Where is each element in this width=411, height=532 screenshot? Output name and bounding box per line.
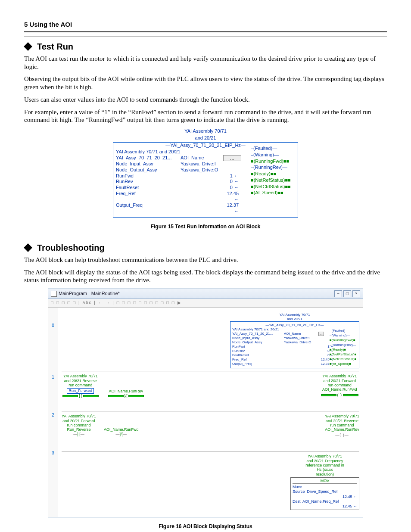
rung-number: 1 bbox=[48, 375, 58, 413]
rule bbox=[24, 37, 387, 37]
row-label: FaultReset bbox=[116, 185, 181, 191]
row-label: Output_Freq bbox=[116, 202, 181, 215]
row-val: 12.37 ← bbox=[221, 202, 239, 215]
section-header: 5 Using the AOI bbox=[24, 21, 387, 32]
ote-runrev: YAI Assembly 70/71 and 20/21 Reverse run… bbox=[325, 414, 359, 437]
diamond-bullet-icon bbox=[24, 243, 32, 252]
row-val: AOI_Name bbox=[181, 155, 221, 161]
row-val: Yaskawa_Drive:O bbox=[181, 167, 221, 173]
close-button[interactable]: × bbox=[352, 290, 360, 297]
xic-run-reverse: YAI Assembly 70/71 and 20/21 Forward run… bbox=[62, 414, 96, 436]
rung-gutter: 0 1 2 3 bbox=[48, 308, 58, 517]
minimize-button[interactable]: – bbox=[334, 290, 342, 297]
paragraph: Observing the output bits of the AOI whi… bbox=[24, 75, 387, 91]
row-label: RunRev bbox=[116, 179, 181, 185]
heading-text: Test Run bbox=[37, 41, 73, 52]
heading-troubleshooting: Troubleshooting bbox=[24, 243, 387, 253]
xio-runfwd: AOI_Name.RunFwd —]/[— bbox=[104, 414, 139, 436]
aoi-title-2: and 20/21 bbox=[113, 135, 298, 141]
rung-number: 0 bbox=[48, 323, 58, 375]
paragraph: The AOI block will display the status of… bbox=[24, 268, 387, 285]
paragraph: The AOI block can help troubleshoot comm… bbox=[24, 256, 387, 264]
row-val: 0 ← bbox=[221, 179, 239, 185]
paragraph: The AOI can test run the motor to which … bbox=[24, 55, 387, 71]
row-val: Yaskawa_Drive:I bbox=[181, 161, 221, 167]
figure-15-caption: Figure 15 Test Run Information on AOI Bl… bbox=[24, 224, 387, 230]
xio-runrev: AOI_Name.RunRev ]/[ bbox=[107, 376, 145, 398]
row-val: 12.45 ← bbox=[221, 191, 239, 203]
rung-number: 3 bbox=[48, 451, 58, 488]
row-label: Node_Input_Assy bbox=[116, 161, 181, 167]
paragraph: Users can also enter values into the AOI… bbox=[24, 96, 387, 104]
row-label: RunFwd bbox=[116, 173, 181, 179]
row-val: 1 ← bbox=[221, 173, 239, 179]
row-val: 0 ← bbox=[221, 185, 239, 191]
routine-icon bbox=[51, 291, 57, 297]
aoi-title-1: YAI Assembly 70/71 bbox=[113, 128, 298, 134]
rung-3: YAI Assembly 70/71 and 20/21 Frequency r… bbox=[62, 451, 359, 510]
maximize-button[interactable]: ▢ bbox=[343, 290, 351, 297]
paragraph: For example, enter a value of “1” in the… bbox=[24, 108, 387, 124]
heading-text: Troubleshooting bbox=[37, 243, 105, 253]
row-label: Freq_Ref bbox=[116, 191, 181, 203]
aoi-block-mini: —YAI_Assy_70_71_20_21_EIP_Hz— YAI Assemb… bbox=[230, 321, 359, 369]
rung-1: YAI Assembly 70/71 and 20/21 Reverse run… bbox=[62, 371, 359, 408]
row-label: YAI_Assy_70_71_20_21... bbox=[116, 155, 181, 161]
mov-instruction: —MOV— Move Source Drive_Speed_Ref 12.45 … bbox=[290, 477, 359, 510]
ellipsis-button[interactable]: … bbox=[318, 332, 324, 336]
figure-15: YAI Assembly 70/71 and 20/21 —YAI_Assy_7… bbox=[24, 128, 387, 218]
mov-desc: YAI Assembly 70/71 and 20/21 Frequency r… bbox=[290, 454, 359, 476]
toolbar[interactable]: □ □ □ □ □ | abc | ← → | □ □ □ □ □ □ □ □ … bbox=[48, 299, 363, 308]
aoi-mini-title: YAI Assembly 70/71and 20/21 bbox=[230, 313, 359, 321]
rung-2: YAI Assembly 70/71 and 20/21 Forward run… bbox=[62, 411, 359, 448]
heading-test-run: Test Run bbox=[24, 41, 387, 52]
ote-runfwd: YAI Assembly 70/71 and 20/21 Forward run… bbox=[320, 374, 360, 397]
window-titlebar: MainProgram - MainRoutine* – ▢ × bbox=[48, 289, 363, 299]
rung-number: 2 bbox=[48, 413, 58, 451]
row-label: Node_Output_Assy bbox=[116, 167, 181, 173]
xic-run-forward: YAI Assembly 70/71 and 20/21 Reverse run… bbox=[62, 374, 100, 398]
rule bbox=[24, 238, 387, 238]
figure-16: MainProgram - MainRoutine* – ▢ × □ □ □ □… bbox=[24, 289, 387, 517]
window-title: MainProgram - MainRoutine* bbox=[59, 291, 120, 297]
status-tags: –(Faulted)— –(Warning)— ■(RunningFwd)■■ … bbox=[251, 146, 291, 196]
ellipsis-button[interactable]: … bbox=[223, 155, 241, 161]
figure-16-caption: Figure 16 AOI Block Displaying Status bbox=[24, 523, 387, 530]
rung-0: YAI Assembly 70/71and 20/21 —YAI_Assy_70… bbox=[62, 310, 359, 369]
diamond-bullet-icon bbox=[24, 42, 32, 51]
